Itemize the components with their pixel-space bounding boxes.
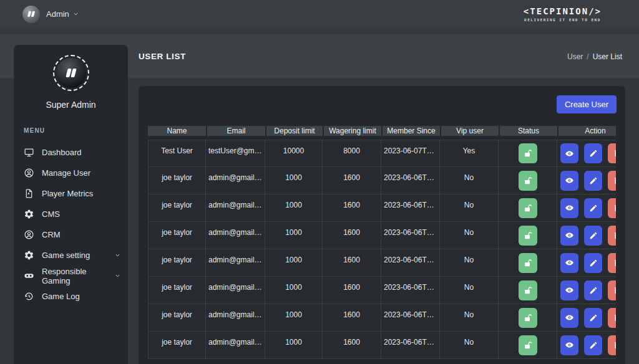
- edit-button[interactable]: [584, 308, 602, 328]
- status-unlock-button[interactable]: [519, 335, 537, 355]
- cell-status: [499, 194, 557, 222]
- pencil-icon: [589, 341, 598, 350]
- status-unlock-button[interactable]: [519, 253, 537, 273]
- brand-glyph-icon: [27, 11, 35, 17]
- cell-deposit-limit: 1000: [265, 277, 323, 304]
- eye-icon: [565, 203, 574, 213]
- status-unlock-button[interactable]: [519, 226, 537, 246]
- cell-email: admin@gmail.c…: [206, 332, 265, 359]
- column-header-wagering-limit: Wagering limit: [323, 126, 381, 140]
- edit-button[interactable]: [584, 171, 602, 191]
- cell-name: joe taylor: [148, 304, 206, 332]
- view-button[interactable]: [560, 308, 578, 328]
- profile-avatar: [53, 55, 89, 91]
- sidebar-item-manage-user[interactable]: Manage User: [14, 163, 128, 183]
- status-unlock-button[interactable]: [519, 143, 537, 163]
- cell-vip-user: No: [440, 194, 499, 222]
- sidebar-item-game-setting[interactable]: Game setting: [14, 245, 128, 266]
- delete-button[interactable]: [608, 171, 616, 191]
- cell-action: [557, 167, 616, 194]
- cell-wagering-limit: 1600: [323, 194, 381, 222]
- table-row: joe taylor admin@gmail.c… 1000 1600 2023…: [148, 249, 616, 277]
- delete-button[interactable]: [608, 335, 616, 355]
- status-unlock-button[interactable]: [519, 308, 537, 328]
- delete-button[interactable]: [608, 280, 616, 300]
- cell-action: [557, 332, 616, 359]
- edit-button[interactable]: [584, 143, 602, 163]
- cell-email: admin@gmail.c…: [206, 249, 265, 277]
- view-button[interactable]: [560, 171, 578, 191]
- history-icon: [24, 291, 34, 302]
- cell-status: [499, 140, 557, 167]
- breadcrumb: User / User List: [567, 52, 622, 61]
- status-unlock-button[interactable]: [519, 198, 537, 218]
- trash-icon: [613, 314, 617, 322]
- column-header-member-since: Member Since: [381, 126, 440, 140]
- edit-button[interactable]: [584, 226, 602, 246]
- cell-action: [557, 140, 616, 167]
- user-circle-icon: [24, 168, 34, 178]
- cell-wagering-limit: 8000: [323, 140, 381, 167]
- status-unlock-button[interactable]: [519, 280, 537, 300]
- eye-icon: [565, 313, 574, 322]
- view-button[interactable]: [560, 198, 578, 218]
- column-header-deposit-limit: Deposit limit: [265, 126, 323, 140]
- column-header-status: Status: [499, 126, 557, 140]
- cell-status: [499, 277, 557, 304]
- sidebar-item-label: Responsible Gaming: [42, 267, 115, 285]
- cell-action: [557, 249, 616, 277]
- view-button[interactable]: [560, 253, 578, 273]
- brand-logo-text: <TECPINION/>: [524, 6, 602, 16]
- status-unlock-button[interactable]: [519, 171, 537, 191]
- edit-button[interactable]: [584, 198, 602, 218]
- trash-icon: [613, 176, 617, 185]
- cell-wagering-limit: 1600: [323, 332, 381, 359]
- cell-email: admin@gmail.c…: [206, 222, 265, 249]
- sidebar-item-player-metrics[interactable]: Player Metrics: [14, 183, 128, 204]
- user-list-card: Create User Name Email Deposit limit Wag…: [139, 86, 625, 364]
- cell-email: admin@gmail.c…: [206, 167, 265, 194]
- view-button[interactable]: [560, 335, 578, 355]
- view-button[interactable]: [560, 280, 578, 300]
- cell-name: Test User: [148, 140, 206, 167]
- sidebar-item-crm[interactable]: CRM: [14, 224, 128, 245]
- edit-button[interactable]: [584, 335, 602, 355]
- cell-name: joe taylor: [148, 249, 206, 277]
- brand-logo-tagline: DELIVERING IT END TO END: [524, 17, 602, 22]
- eye-icon: [565, 258, 574, 267]
- unlock-icon: [523, 176, 533, 186]
- sidebar-item-responsible-gaming[interactable]: Responsible Gaming: [14, 266, 128, 286]
- sidebar-item-dashboard[interactable]: Dashboard: [14, 142, 128, 163]
- trash-icon: [613, 259, 617, 267]
- view-button[interactable]: [560, 143, 578, 163]
- admin-user-menu[interactable]: Admin: [22, 6, 79, 23]
- cell-member-since: 2023-06-06T08:…: [381, 249, 440, 277]
- create-user-button[interactable]: Create User: [557, 95, 617, 113]
- delete-button[interactable]: [608, 198, 616, 218]
- edit-button[interactable]: [584, 253, 602, 273]
- view-button[interactable]: [560, 226, 578, 246]
- delete-button[interactable]: [608, 253, 616, 273]
- breadcrumb-user-link[interactable]: User: [567, 52, 583, 61]
- edit-button[interactable]: [584, 280, 602, 300]
- eye-icon: [565, 231, 574, 240]
- cell-wagering-limit: 1600: [323, 304, 381, 332]
- cell-wagering-limit: 1600: [323, 222, 381, 249]
- sidebar-item-game-log[interactable]: Game Log: [14, 286, 128, 307]
- cell-email: admin@gmail.c…: [206, 277, 265, 304]
- cell-action: [557, 222, 616, 249]
- admin-user-label: Admin: [46, 9, 69, 19]
- table-row: joe taylor admin@gmail.c… 1000 1600 2023…: [148, 194, 616, 222]
- delete-button[interactable]: [608, 143, 616, 163]
- sidebar-item-cms[interactable]: CMS: [14, 204, 128, 224]
- delete-button[interactable]: [608, 226, 616, 246]
- cell-action: [557, 194, 616, 222]
- top-navbar: Admin <TECPINION/> DELIVERING IT END TO …: [0, 0, 639, 28]
- cell-vip-user: Yes: [440, 140, 499, 167]
- cell-status: [499, 222, 557, 249]
- chevron-down-icon: [73, 11, 79, 17]
- delete-button[interactable]: [608, 308, 616, 328]
- trash-icon: [613, 149, 617, 158]
- cell-vip-user: No: [440, 304, 499, 332]
- cell-member-since: 2023-06-06T08:…: [381, 277, 440, 304]
